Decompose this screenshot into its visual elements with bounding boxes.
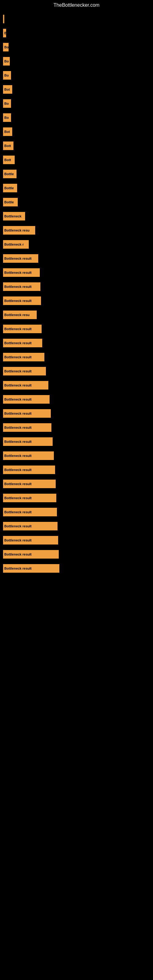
bar-row: Bottleneck result bbox=[3, 336, 153, 350]
bar-row: Bottleneck result bbox=[3, 421, 153, 434]
bar-item: Bottleneck result bbox=[3, 353, 45, 361]
bars-container: BBBoBoBoBotBoBoBotBottBottBottleBottleBo… bbox=[0, 9, 153, 579]
bar-row: Bottleneck result bbox=[3, 547, 153, 561]
bar-item: Bottleneck result bbox=[3, 466, 55, 474]
bar-row: Bottleneck resu bbox=[3, 308, 153, 321]
bar-row: Bottleneck result bbox=[3, 407, 153, 420]
bar-item: Bottleneck bbox=[3, 212, 25, 221]
bar-item: Bottleneck result bbox=[3, 508, 57, 516]
bar-row: Bott bbox=[3, 153, 153, 167]
bar-item: Bottle bbox=[3, 170, 16, 178]
bar-row: Bottle bbox=[3, 167, 153, 181]
bar-item: Bottleneck result bbox=[3, 296, 41, 305]
bar-item: Bot bbox=[3, 127, 12, 136]
bar-item: Bottle bbox=[3, 184, 17, 192]
bar-row: Bo bbox=[3, 40, 153, 54]
bar-item: Bottleneck result bbox=[3, 564, 59, 573]
bar-row: Bott bbox=[3, 139, 153, 153]
bar-row: Bottleneck result bbox=[3, 477, 153, 491]
bar-item: Bottleneck resu bbox=[3, 226, 35, 235]
bar-item: Bottleneck result bbox=[3, 367, 46, 375]
bar-row: Bottleneck result bbox=[3, 393, 153, 406]
bar-row: Bo bbox=[3, 68, 153, 82]
site-title: TheBottlenecker.com bbox=[0, 0, 153, 9]
bar-item: Bottleneck result bbox=[3, 522, 57, 530]
bar-item: Bottleneck result bbox=[3, 480, 56, 488]
bar-item: Bo bbox=[3, 57, 10, 65]
bar-item: Bottleneck result bbox=[3, 325, 41, 333]
bar-row: Bottle bbox=[3, 196, 153, 209]
bar-row: B bbox=[3, 12, 153, 26]
bar-item: Bottleneck result bbox=[3, 282, 40, 291]
bar-item: Bottleneck result bbox=[3, 452, 54, 460]
bar-row: Bottleneck result bbox=[3, 350, 153, 364]
bar-row: Bottleneck result bbox=[3, 294, 153, 307]
bar-row: Bo bbox=[3, 97, 153, 110]
bar-item: Bottleneck result bbox=[3, 395, 49, 404]
bar-item: Bo bbox=[3, 113, 11, 122]
bar-item: Bott bbox=[3, 156, 15, 164]
bar-item: Bottleneck result bbox=[3, 494, 56, 502]
bar-row: Bottleneck result bbox=[3, 519, 153, 533]
bar-row: Bottleneck result bbox=[3, 449, 153, 463]
bar-row: Bottleneck result bbox=[3, 562, 153, 575]
bar-row: Bottle bbox=[3, 181, 153, 195]
bar-row: B bbox=[3, 26, 153, 40]
bar-row: Bottleneck result bbox=[3, 533, 153, 547]
bar-item: Bottleneck result bbox=[3, 254, 38, 263]
bar-row: Bottleneck result bbox=[3, 505, 153, 519]
bar-item: Bottleneck result bbox=[3, 339, 42, 347]
bar-row: Bottleneck bbox=[3, 210, 153, 223]
bar-item: Bo bbox=[3, 71, 11, 80]
bar-row: Bottleneck result bbox=[3, 491, 153, 505]
bar-item: Bottle bbox=[3, 198, 18, 207]
bar-row: Bot bbox=[3, 125, 153, 138]
bar-row: Bottleneck result bbox=[3, 280, 153, 293]
bar-row: Bottleneck result bbox=[3, 266, 153, 279]
bar-item: Bot bbox=[3, 85, 12, 94]
bar-item: Bottleneck result bbox=[3, 550, 59, 558]
bar-item: Bottleneck result bbox=[3, 409, 51, 418]
bar-item: Bottleneck result bbox=[3, 268, 40, 277]
bar-item: Bottleneck resu bbox=[3, 310, 37, 319]
bar-item: Bottleneck r bbox=[3, 240, 29, 249]
bar-item: Bottleneck result bbox=[3, 438, 53, 446]
bar-row: Bottleneck result bbox=[3, 435, 153, 449]
bar-item: Bott bbox=[3, 142, 13, 150]
bar-row: Bottleneck result bbox=[3, 463, 153, 477]
bar-row: Bot bbox=[3, 83, 153, 96]
bar-item: Bo bbox=[3, 99, 11, 108]
bar-row: Bottleneck resu bbox=[3, 224, 153, 237]
bar-row: Bottleneck result bbox=[3, 364, 153, 378]
bar-item: Bottleneck result bbox=[3, 536, 58, 544]
bar-row: Bottleneck result bbox=[3, 252, 153, 265]
bar-item: B bbox=[3, 29, 6, 37]
bar-row: Bo bbox=[3, 111, 153, 124]
bar-item: Bo bbox=[3, 43, 9, 51]
bar-item: Bottleneck result bbox=[3, 423, 51, 432]
bar-item: Bottleneck result bbox=[3, 381, 48, 390]
bar-row: Bo bbox=[3, 54, 153, 68]
bar-item: B bbox=[3, 15, 4, 23]
bar-row: Bottleneck r bbox=[3, 238, 153, 251]
bar-row: Bottleneck result bbox=[3, 379, 153, 392]
bar-row: Bottleneck result bbox=[3, 322, 153, 336]
